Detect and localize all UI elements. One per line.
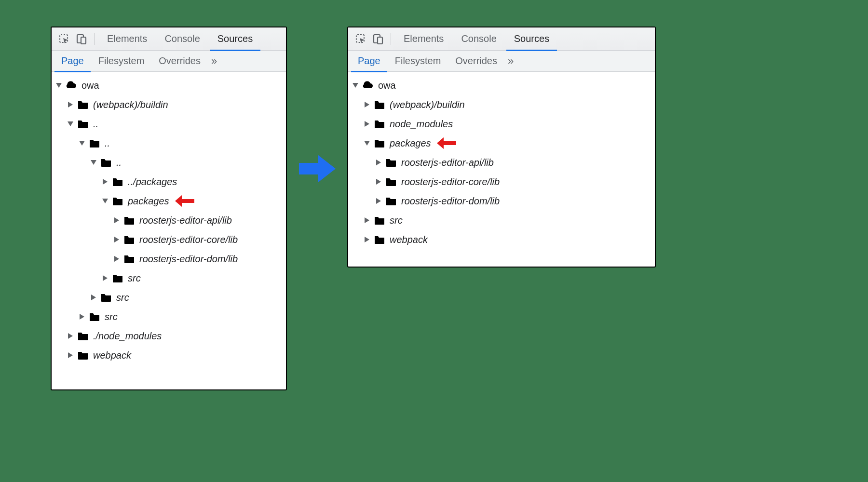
sub-tab-page[interactable]: Page [54,51,91,72]
chevron-right-icon[interactable] [364,236,370,243]
folder-icon [123,253,136,265]
sub-tab-filesystem[interactable]: Filesystem [388,51,448,72]
folder-icon [100,156,112,169]
chevron-right-icon[interactable] [364,217,370,224]
tree-row-core[interactable]: roosterjs-editor-core/lib [55,230,282,249]
tree-row-dotdot3[interactable]: .. [55,153,282,172]
folder-icon [385,195,397,207]
chevron-down-icon[interactable] [352,82,359,89]
chevron-down-icon[interactable] [67,120,74,127]
sub-tab-filesystem-label: Filesystem [395,55,441,67]
device-toggle-icon[interactable] [74,31,89,47]
tree-item-label: webpack [93,350,131,361]
cloud-icon [65,79,78,92]
tree-row-api[interactable]: roosterjs-editor-api/lib [55,211,282,230]
tree-item-label: (webpack)/buildin [390,99,465,110]
sub-tab-page[interactable]: Page [351,51,387,72]
tree-item-label: packages [390,138,431,149]
tree-row-node-modules[interactable]: ./node_modules [55,326,282,346]
chevron-right-icon[interactable] [113,255,120,262]
tree-item-label: src [105,311,118,322]
devtools-before-panel: Elements Console Sources Page Filesystem… [51,27,287,390]
tree-row-src4[interactable]: src [55,268,282,288]
inspect-icon[interactable] [56,31,72,47]
chevron-down-icon[interactable] [79,140,85,147]
tree-item-label: src [390,215,403,226]
tree-row-src2[interactable]: src [55,307,282,326]
tree-row-webpack[interactable]: webpack [55,346,282,365]
sub-tab-overrides-label: Overrides [455,55,497,67]
tab-console-label: Console [461,33,496,44]
tree-row-src[interactable]: src [352,211,651,230]
tree-row-packages[interactable]: packages [55,191,282,211]
device-toggle-icon[interactable] [370,31,386,47]
chevron-right-icon[interactable] [375,178,382,185]
tree-row-root[interactable]: owa [352,76,651,95]
folder-icon [373,137,386,149]
tab-console[interactable]: Console [157,27,207,51]
chevron-right-icon[interactable] [90,294,97,301]
folder-icon [373,98,386,111]
tab-elements[interactable]: Elements [99,27,155,51]
tab-console[interactable]: Console [453,27,504,51]
tree-item-label: .. [105,138,110,149]
tree-row-dom[interactable]: roosterjs-editor-dom/lib [55,249,282,268]
tab-sources-label: Sources [217,33,253,44]
sub-tab-filesystem-label: Filesystem [98,55,145,67]
divider [391,33,391,45]
tree-row-dotdot2[interactable]: .. [55,134,282,153]
tree-row-up-packages[interactable]: ../packages [55,172,282,191]
more-tabs-icon[interactable]: » [208,55,220,67]
tree-row-dom[interactable]: roosterjs-editor-dom/lib [352,191,651,211]
chevron-right-icon[interactable] [375,159,382,166]
tree-row-node-modules[interactable]: node_modules [352,114,651,134]
tree-item-label: .. [116,157,122,168]
tab-elements[interactable]: Elements [396,27,451,51]
tree-row-api[interactable]: roosterjs-editor-api/lib [352,153,651,172]
sources-sub-tabs: Page Filesystem Overrides » [52,51,286,72]
tree-row-root[interactable]: owa [55,76,282,95]
tree-row-dotdot1[interactable]: .. [55,114,282,134]
tree-row-src3[interactable]: src [55,288,282,307]
tree-item-label: packages [128,196,169,207]
chevron-right-icon[interactable] [102,275,108,281]
chevron-right-icon[interactable] [102,178,108,185]
chevron-right-icon[interactable] [364,120,370,127]
tree-row-webpack[interactable]: webpack [352,230,651,249]
folder-icon [123,233,136,246]
tab-sources[interactable]: Sources [210,27,260,51]
tree-item-label: roosterjs-editor-dom/lib [139,254,238,265]
chevron-right-icon[interactable] [375,198,382,204]
chevron-right-icon[interactable] [113,217,120,224]
sub-tab-overrides[interactable]: Overrides [152,51,207,72]
chevron-right-icon[interactable] [67,333,74,339]
more-tabs-icon[interactable]: » [505,55,516,67]
chevron-down-icon[interactable] [102,198,108,204]
tab-sources[interactable]: Sources [506,27,557,51]
folder-icon [373,233,386,246]
chevron-down-icon[interactable] [364,140,370,147]
sub-tab-overrides[interactable]: Overrides [448,51,504,72]
chevron-right-icon[interactable] [113,236,120,243]
tree-row-webpack-buildin[interactable]: (webpack)/buildin [352,95,651,114]
chevron-down-icon[interactable] [55,82,62,89]
tree-row-webpack-buildin[interactable]: (webpack)/buildin [55,95,282,114]
sub-tab-filesystem[interactable]: Filesystem [92,51,151,72]
tree-item-label: roosterjs-editor-api/lib [401,157,494,168]
chevron-right-icon[interactable] [79,313,85,320]
folder-icon [385,156,397,169]
chevron-right-icon[interactable] [67,352,74,359]
tree-item-label: roosterjs-editor-core/lib [401,176,500,187]
inspect-icon[interactable] [353,31,368,47]
tree-item-label: roosterjs-editor-api/lib [139,215,232,226]
chevron-right-icon[interactable] [364,101,370,108]
tree-item-label: node_modules [390,119,453,130]
tree-row-packages[interactable]: packages [352,134,651,153]
chevron-down-icon[interactable] [90,159,97,166]
tree-row-core[interactable]: roosterjs-editor-core/lib [352,172,651,191]
chevron-right-icon[interactable] [67,101,74,108]
tree-item-label: src [128,273,141,284]
folder-icon [88,137,101,149]
folder-icon [77,98,89,111]
tree-item-label: .. [93,119,98,130]
